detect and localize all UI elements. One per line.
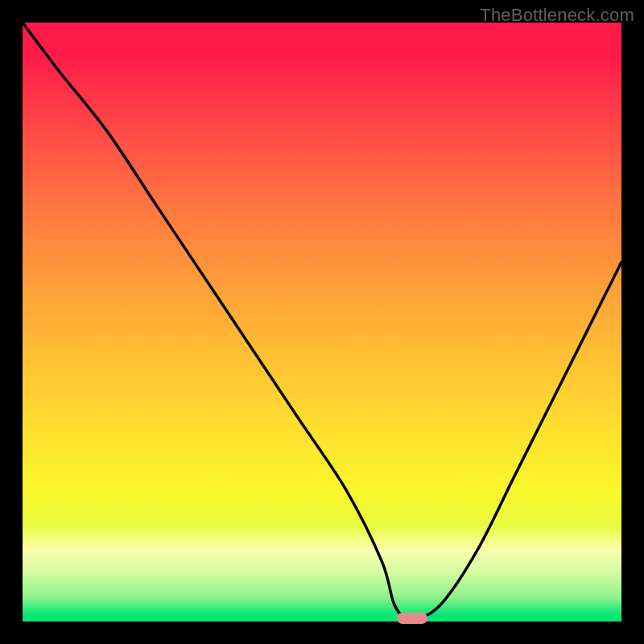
chart-container: TheBottleneck.com <box>0 0 644 644</box>
watermark-text: TheBottleneck.com <box>480 5 634 26</box>
curve-path <box>23 23 621 621</box>
bottleneck-curve <box>23 23 621 621</box>
optimum-marker <box>397 613 427 624</box>
plot-area <box>23 23 621 621</box>
